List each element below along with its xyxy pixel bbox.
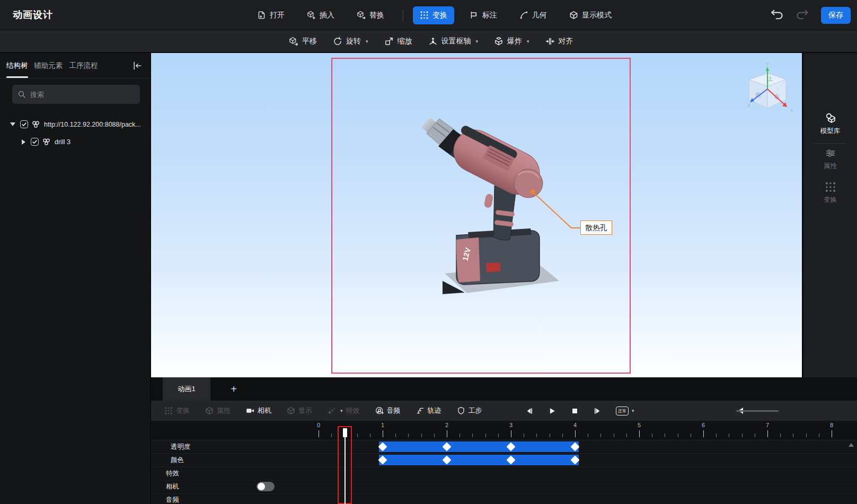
- topbar-button-标注[interactable]: 标注: [463, 6, 504, 24]
- timeline-ruler[interactable]: 012345678: [151, 421, 857, 440]
- tree-checkbox[interactable]: [20, 120, 28, 128]
- rail-item-label: 属性: [824, 162, 837, 171]
- toggle-knob: [258, 483, 265, 490]
- left-tab-辅助元素[interactable]: 辅助元素: [34, 61, 63, 70]
- add-animation-tab-button[interactable]: +: [222, 377, 245, 401]
- ruler-minor-tick: [550, 434, 550, 437]
- camera-track-toggle[interactable]: [257, 482, 275, 491]
- keyframe-bar[interactable]: [379, 455, 579, 465]
- topbar-button-label: 插入: [320, 11, 334, 20]
- play-mode-button[interactable]: 正常▾: [616, 406, 634, 415]
- ruler-minor-tick: [408, 434, 409, 437]
- topbar-button-变换[interactable]: 变换: [413, 6, 454, 24]
- tool-button-设置枢轴[interactable]: 设置枢轴▾: [428, 37, 479, 46]
- open-icon: [257, 11, 266, 20]
- rail-item-模型库[interactable]: 模型库: [803, 112, 857, 136]
- step-forward-button[interactable]: [593, 406, 602, 415]
- ruler-minor-tick: [716, 434, 717, 437]
- redo-button[interactable]: [796, 8, 809, 22]
- timeline-tool-label: 特效: [346, 406, 360, 415]
- tree-node-label: drill 3: [55, 138, 70, 146]
- timeline-tool-音频[interactable]: 音频: [375, 406, 401, 415]
- tracks-scroll-up-icon[interactable]: [849, 443, 854, 447]
- topbar-button-label: 显示模式: [582, 11, 612, 20]
- ruler-major-tick: [319, 430, 319, 437]
- timeline-tool-工步[interactable]: 工步: [457, 406, 482, 415]
- timeline-tool-轨迹[interactable]: 轨迹: [416, 406, 441, 415]
- caret-down-icon: ▾: [476, 39, 479, 44]
- ruler-major-tick: [703, 430, 704, 437]
- expand-caret-down-icon[interactable]: [8, 122, 17, 126]
- topbar-button-显示模式[interactable]: 显示模式: [562, 6, 619, 24]
- export-download-button[interactable]: [813, 406, 822, 415]
- transform-toolbar-items: 平移旋转▾缩放设置枢轴▾爆炸▾对齐: [289, 30, 589, 52]
- undo-icon: [770, 7, 784, 23]
- viewport-3d[interactable]: 12V: [151, 53, 802, 377]
- view-cube[interactable]: 上 前 右 Y Z X: [744, 61, 803, 119]
- track-row-透明度[interactable]: 透明度: [151, 440, 857, 453]
- tool-button-旋转[interactable]: 旋转▾: [333, 37, 368, 46]
- annotation-label[interactable]: 散热孔: [580, 220, 612, 235]
- viewcube-face-top: 上: [767, 75, 773, 82]
- zoom-slider-track: [736, 410, 779, 412]
- ruler-minor-tick: [665, 434, 665, 437]
- viewcube-axis-x: X: [790, 108, 793, 113]
- caret-down-icon: ▾: [366, 39, 368, 44]
- viewcube-axis-z: Z: [747, 103, 750, 108]
- left-panel-tabs: 结构树辅助元素工序流程: [0, 53, 150, 78]
- insert-cube-icon: [307, 11, 316, 20]
- pan-icon: [289, 37, 298, 46]
- playhead-handle[interactable]: [343, 428, 347, 437]
- timeline-zoom-out-button[interactable]: [791, 406, 800, 415]
- track-label: 相机: [166, 482, 179, 491]
- timeline-tool-显示[interactable]: 显示: [287, 406, 312, 415]
- ruler-minor-tick: [498, 434, 499, 437]
- rail-item-变换[interactable]: 变换: [803, 181, 857, 205]
- tool-button-缩放[interactable]: 缩放: [384, 37, 412, 46]
- keyframe-bar[interactable]: [379, 441, 579, 452]
- tool-button-平移[interactable]: 平移: [289, 37, 317, 46]
- ruler-label: 1: [381, 422, 384, 428]
- timeline-tool-属性[interactable]: 属性: [205, 406, 231, 415]
- rail-item-属性[interactable]: 属性: [803, 147, 857, 171]
- topbar-button-插入[interactable]: 插入: [300, 6, 341, 24]
- track-row-特效[interactable]: 特效: [151, 466, 857, 479]
- play-button[interactable]: [547, 406, 556, 415]
- drill-model[interactable]: 12V: [405, 106, 564, 313]
- stop-button[interactable]: [570, 406, 579, 415]
- ruler-minor-tick: [819, 434, 819, 437]
- tree-row[interactable]: drill 3: [0, 133, 150, 151]
- search-input[interactable]: [30, 91, 135, 99]
- timeline-tool-相机[interactable]: 相机: [246, 406, 271, 415]
- tree-row[interactable]: http://10.122.92.200:8088/pack...: [0, 116, 150, 133]
- undo-button[interactable]: [770, 8, 784, 22]
- left-tab-结构树[interactable]: 结构树: [6, 61, 28, 70]
- topbar-button-label: 标注: [482, 11, 497, 20]
- tool-button-对齐[interactable]: 对齐: [545, 37, 573, 46]
- tool-button-爆炸[interactable]: 爆炸▾: [494, 37, 529, 46]
- tree-checkbox[interactable]: [31, 138, 39, 146]
- timeline-tool-label: 音频: [387, 406, 401, 415]
- topbar-button-替换[interactable]: 替换: [350, 6, 391, 24]
- tree-node-label: http://10.122.92.200:8088/pack...: [44, 121, 141, 128]
- track-row-音频[interactable]: 音频: [151, 493, 857, 504]
- timeline-tool-特效[interactable]: ▾特效: [328, 406, 360, 415]
- timeline-zoom-slider[interactable]: [736, 407, 779, 414]
- timeline-tab-animation1[interactable]: 动画1: [163, 377, 210, 401]
- track-row-相机[interactable]: 相机: [151, 480, 857, 492]
- ruler-minor-tick: [729, 434, 729, 437]
- collapse-panel-button[interactable]: [132, 60, 143, 71]
- topbar-button-打开[interactable]: 打开: [250, 6, 291, 24]
- left-tab-工序流程[interactable]: 工序流程: [69, 61, 98, 70]
- track-label: 音频: [166, 496, 179, 504]
- step-backward-button[interactable]: [525, 406, 534, 415]
- save-button[interactable]: 保存: [821, 7, 851, 24]
- track-row-颜色[interactable]: 颜色: [151, 453, 857, 466]
- topbar-button-几何[interactable]: 几何: [513, 6, 554, 24]
- timeline-tool-变换[interactable]: 变换: [164, 406, 190, 415]
- expand-caret-right-icon[interactable]: [19, 139, 28, 145]
- rail-item-label: 模型库: [820, 127, 841, 136]
- ruler-minor-tick: [472, 434, 473, 437]
- timeline-tool-label: 变换: [176, 406, 190, 415]
- timeline-zoom-in-button[interactable]: [714, 406, 723, 415]
